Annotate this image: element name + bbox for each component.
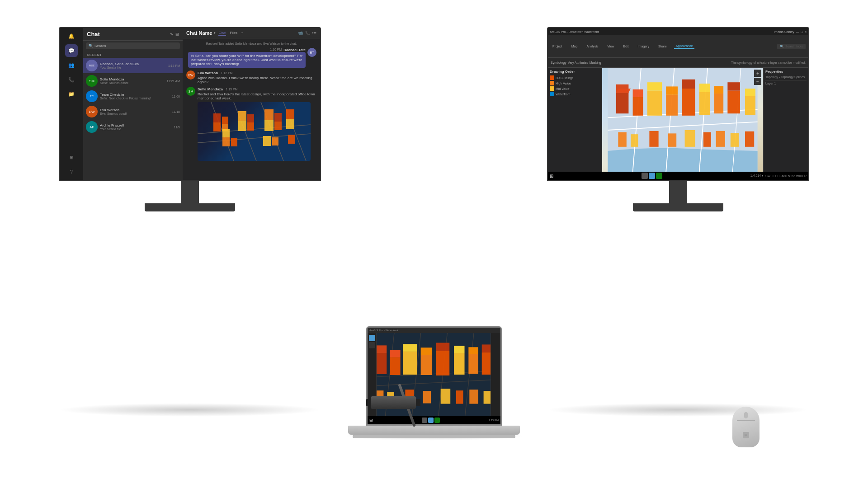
svg-rect-81 [468, 347, 478, 354]
sidebar-item-help[interactable]: ? [65, 165, 78, 178]
arcgis-city-svg [602, 68, 763, 172]
svg-rect-43 [682, 80, 695, 89]
masking-label: Masking [590, 61, 601, 64]
ribbon-tab-project[interactable]: Project [551, 44, 564, 49]
arcgis-maximize-btn[interactable]: □ [801, 30, 803, 33]
more-options-icon[interactable]: ••• [312, 31, 316, 35]
arcgis-title: ArcGIS Pro - Downtown Waterfront [550, 30, 599, 33]
teams-filter-icon[interactable]: ⊟ [175, 32, 179, 37]
chat-name-0: Rachael, Sofia, and Eva [100, 62, 166, 66]
chat-item-3[interactable]: EW Eva Watson Eva: Sounds good! 11/18 [83, 104, 183, 119]
arcgis-windows-icon[interactable]: ⊞ [550, 174, 553, 178]
teams-nav-header: Chat ✎ ⊟ [83, 28, 183, 41]
zoom-in-btn[interactable]: + [754, 70, 761, 77]
arcgis-3d-view [602, 68, 763, 172]
svg-rect-19 [286, 109, 294, 119]
svg-rect-24 [272, 137, 278, 145]
arcgis-taskbar-app-3[interactable] [656, 173, 662, 179]
laptop-app-title: ArcGIS Pro - Waterfront [369, 329, 398, 332]
sidebar-item-activity[interactable]: 🔔 [65, 30, 78, 42]
search-icon: 🔍 [89, 44, 93, 48]
chat-preview-4: You: Sent a file [100, 127, 171, 131]
svg-rect-38 [647, 91, 662, 116]
chat-time-1: 11:21 AM [166, 80, 180, 83]
chat-time-2: 11:00 [172, 95, 180, 98]
zoom-out-btn[interactable]: − [754, 78, 761, 85]
legend-item-1: High Value [550, 81, 600, 85]
symbology-label: Symbology [551, 61, 566, 64]
arcgis-status-bar: 1:4,514 ▾ SWEET BLANENTS: WIDER [750, 174, 807, 178]
svg-rect-48 [727, 91, 740, 114]
laptop-taskbar-app-1[interactable] [422, 418, 427, 423]
right-monitor-base [633, 203, 723, 211]
svg-rect-70 [390, 357, 400, 375]
svg-rect-74 [421, 355, 432, 375]
teams-edit-icon[interactable]: ✎ [170, 32, 174, 37]
teams-tab-bar: Chat Files + [218, 31, 243, 36]
svg-rect-54 [649, 131, 658, 147]
tab-plus[interactable]: + [241, 31, 243, 36]
legend-color-0 [550, 75, 554, 80]
laptop-taskbar-app-2[interactable] [428, 418, 434, 423]
ribbon-tab-appearance[interactable]: Appearance [674, 43, 695, 49]
laptop-screen: ArcGIS Pro - Waterfront [366, 326, 502, 426]
laptop-windows-icon[interactable]: ⊞ [369, 418, 373, 422]
teams-search-box[interactable]: 🔍 Search [86, 42, 180, 49]
scene: 🔔 💬 👥 📞 📁 ⊞ ? Chat ✎ [0, 0, 868, 488]
laptop-tool-1[interactable] [369, 335, 375, 341]
laptop-taskbar: ⊞ 1:15 PM [368, 416, 500, 424]
svg-rect-15 [264, 109, 274, 120]
sidebar-item-chat[interactable]: 💬 [65, 44, 78, 57]
ribbon-tab-share[interactable]: Share [656, 44, 669, 49]
svg-rect-78 [454, 353, 464, 375]
audio-call-icon[interactable]: 📞 [305, 31, 310, 35]
chat-name-dropdown-icon[interactable]: ▾ [214, 31, 216, 35]
arcgis-minimize-btn[interactable]: — [796, 30, 799, 33]
svg-rect-77 [436, 343, 449, 351]
svg-rect-59 [731, 133, 739, 146]
left-monitor: 🔔 💬 👥 📞 📁 ⊞ ? Chat ✎ [59, 27, 321, 211]
svg-rect-49 [727, 82, 740, 90]
tab-chat[interactable]: Chat [218, 31, 226, 36]
legend-items: 3D Buildings High Value Mid Value [550, 75, 600, 96]
ribbon-tab-view[interactable]: View [606, 44, 616, 49]
arcgis-search-box[interactable]: 🔍 Search tools [777, 44, 806, 49]
sidebar-item-files[interactable]: 📁 [65, 88, 78, 100]
arcgis-ribbon: Project Map Analysis View Edit Imagery S… [548, 35, 808, 58]
ribbon-tab-analysis[interactable]: Analysis [585, 44, 600, 49]
laptop-tool-2[interactable] [369, 342, 375, 348]
layer-info: Layer 1 [765, 82, 807, 85]
properties-divider [765, 80, 807, 80]
laptop-keyboard [353, 435, 515, 438]
svg-rect-73 [403, 344, 417, 352]
ribbon-tab-imagery[interactable]: Imagery [636, 44, 651, 49]
arcgis-taskbar-app-2[interactable] [649, 173, 655, 179]
msg-author-2: Sofia Mendoza [198, 87, 223, 91]
chat-item-4[interactable]: AF Archie Frazzell You: Sent a file 11/5 [83, 119, 183, 135]
chat-item-1[interactable]: SM Sofia Mendoza Sofia: Sounds good! 11:… [83, 73, 183, 89]
sidebar-item-apps[interactable]: ⊞ [65, 151, 78, 164]
chat-item-0[interactable]: RSE Rachael, Sofia, and Eva You: Sent a … [83, 58, 183, 73]
video-call-icon[interactable]: 📹 [298, 31, 303, 35]
msg-text-1: Agree with Rachel. I think we're nearly … [198, 76, 316, 84]
msg-content-2: Sofia Mendoza 1:15 PM Rachel and Eva her… [198, 87, 316, 161]
sidebar-item-teams[interactable]: 👥 [65, 59, 78, 71]
teams-app: 🔔 💬 👥 📞 📁 ⊞ ? Chat ✎ [60, 28, 320, 180]
laptop-base [348, 426, 520, 435]
map-preview-inner [198, 102, 311, 161]
msg-text-2: Rachel and Eva here's the latest design,… [198, 92, 316, 100]
svg-rect-12 [247, 122, 254, 131]
svg-rect-47 [714, 86, 723, 94]
ribbon-tab-edit[interactable]: Edit [622, 44, 631, 49]
laptop-taskbar-app-3[interactable] [434, 418, 440, 423]
map-attachment [198, 102, 311, 161]
tab-files[interactable]: Files [230, 31, 237, 36]
msg-time-2: 1:15 PM [226, 88, 238, 91]
ribbon-tab-map[interactable]: Map [570, 44, 580, 49]
svg-rect-87 [423, 391, 431, 403]
teams-sidebar: 🔔 💬 👥 📞 📁 ⊞ ? [60, 28, 83, 180]
arcgis-close-btn[interactable]: × [805, 30, 807, 33]
sidebar-item-calls[interactable]: 📞 [65, 73, 78, 86]
chat-item-2[interactable]: TC Team Check-in Sofia: Next check-in Fr… [83, 89, 183, 104]
arcgis-taskbar-app-1[interactable] [642, 173, 648, 179]
